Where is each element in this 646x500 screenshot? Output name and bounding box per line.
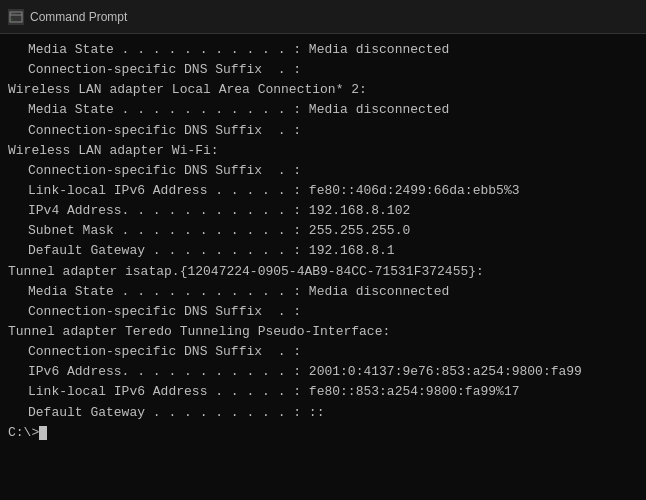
section-header: Tunnel adapter Teredo Tunneling Pseudo-I…: [8, 322, 638, 342]
terminal-line: IPv4 Address. . . . . . . . . . . : 192.…: [8, 201, 638, 221]
svg-text:C:\: C:\: [11, 12, 16, 15]
terminal-line: Media State . . . . . . . . . . . : Medi…: [8, 100, 638, 120]
app-icon: C:\ _: [8, 9, 24, 25]
terminal-line: Connection-specific DNS Suffix . :: [8, 121, 638, 141]
terminal-line: Link-local IPv6 Address . . . . . : fe80…: [8, 181, 638, 201]
cursor: [39, 426, 47, 440]
terminal-line: Media State . . . . . . . . . . . : Medi…: [8, 282, 638, 302]
terminal-output: Media State . . . . . . . . . . . : Medi…: [0, 34, 646, 500]
section-header: Wireless LAN adapter Wi-Fi:: [8, 141, 638, 161]
svg-text:_: _: [11, 17, 13, 20]
terminal-line: Link-local IPv6 Address . . . . . : fe80…: [8, 382, 638, 402]
section-header: Wireless LAN adapter Local Area Connecti…: [8, 80, 638, 100]
terminal-line: Default Gateway . . . . . . . . . : 192.…: [8, 241, 638, 261]
window-title: Command Prompt: [30, 10, 127, 24]
prompt-text: C:\>: [8, 423, 39, 443]
terminal-line: Connection-specific DNS Suffix . :: [8, 161, 638, 181]
title-bar: C:\ _ Command Prompt: [0, 0, 646, 34]
terminal-line: Connection-specific DNS Suffix . :: [8, 60, 638, 80]
prompt-line: C:\>: [8, 423, 638, 443]
terminal-line: Subnet Mask . . . . . . . . . . . : 255.…: [8, 221, 638, 241]
terminal-line: IPv6 Address. . . . . . . . . . . : 2001…: [8, 362, 638, 382]
terminal-line: Connection-specific DNS Suffix . :: [8, 342, 638, 362]
terminal-line: Connection-specific DNS Suffix . :: [8, 302, 638, 322]
terminal-line: Default Gateway . . . . . . . . . : ::: [8, 403, 638, 423]
terminal-line: Media State . . . . . . . . . . . : Medi…: [8, 40, 638, 60]
section-header: Tunnel adapter isatap.{12047224-0905-4AB…: [8, 262, 638, 282]
